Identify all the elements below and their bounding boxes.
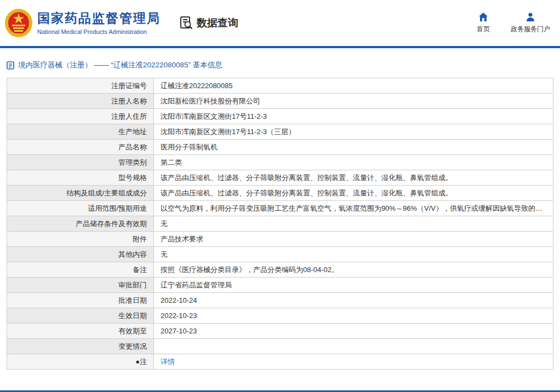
row-label: 有效期至 [7, 324, 154, 339]
row-label: 附件 [7, 232, 154, 247]
row-label: 变更情况 [7, 339, 154, 354]
table-row: 其他内容无 [7, 247, 553, 262]
table-row: 有效期至2027-10-23 [7, 324, 553, 339]
row-label: 产品名称 [7, 140, 154, 155]
row-label: 注册人住所 [7, 109, 154, 124]
row-value [154, 339, 553, 354]
table-row: 型号规格该产品由压缩机、过滤器、分子筛吸附分离装置、控制装置、流量计、湿化瓶、鼻… [7, 170, 553, 186]
row-value: 产品技术要求 [154, 232, 553, 247]
registration-info-table: 注册证编号辽械注准20222080085注册人名称沈阳新松医疗科技股份有限公司注… [7, 78, 553, 370]
org-title-block: 国家药品监督管理局 National Medical Products Admi… [37, 11, 161, 35]
nav-portal-label: 政务服务门户 [511, 25, 550, 34]
table-row: 注册人住所沈阳市浑南新区文溯街17号11-2-3 [7, 109, 553, 124]
row-value: 辽械注准20222080085 [154, 78, 553, 94]
table-row: 管理类别第二类 [7, 155, 553, 170]
table-row: 注册证编号辽械注准20222080085 [7, 78, 553, 94]
row-label: 其他内容 [7, 247, 154, 262]
nav-home-label: 首页 [477, 25, 490, 34]
org-title: 国家药品监督管理局 [37, 11, 161, 26]
table-row: 结构及组成/主要组成成分该产品由压缩机、过滤器、分子筛吸附分离装置、控制装置、流… [7, 186, 553, 201]
national-emblem-icon [4, 8, 33, 38]
detail-link[interactable]: 详情 [161, 358, 175, 366]
row-value: 2027-10-23 [154, 324, 553, 339]
header: 国家药品监督管理局 National Medical Products Admi… [0, 0, 560, 46]
row-value: 以空气为原料，利用分子筛变压吸附工艺生产富氧空气，氧浓度范围为90%～96%（V… [154, 201, 553, 216]
data-query-nav[interactable]: 数据查询 [179, 16, 238, 30]
row-label: 生产地址 [7, 124, 154, 140]
row-label: 产品储存条件及有效期 [7, 216, 154, 232]
row-value: 辽宁省药品监督管理局 [154, 278, 553, 293]
row-value: 沈阳市浑南新区文溯街17号11-2-3 [154, 109, 553, 124]
data-query-icon [179, 16, 193, 30]
table-row: 生效日期2022-10-23 [7, 308, 553, 324]
table-row: 审批部门辽宁省药品监督管理局 [7, 278, 553, 293]
row-value: 沈阳新松医疗科技股份有限公司 [154, 94, 553, 109]
breadcrumb: 境内医疗器械（注册） —— “辽械注准20222080085” 基本信息 [7, 60, 560, 70]
table-row: 批准日期2022-10-24 [7, 293, 553, 308]
row-label: ●注 [7, 354, 154, 370]
document-icon [7, 61, 14, 70]
row-value: 详情 [154, 354, 553, 370]
table-row: 产品名称医用分子筛制氧机 [7, 140, 553, 155]
row-value: 按照《医疗器械分类目录》，产品分类编码为08-04-02。 [154, 262, 553, 278]
table-row: 注册人名称沈阳新松医疗科技股份有限公司 [7, 94, 553, 109]
row-label: 生效日期 [7, 308, 154, 324]
registration-info-section: 注册证编号辽械注准20222080085注册人名称沈阳新松医疗科技股份有限公司注… [0, 78, 560, 370]
table-row: 生产地址沈阳市浑南新区文溯街17号11-2-3（三层） [7, 124, 553, 140]
row-label: 型号规格 [7, 170, 154, 186]
row-label: 注册人名称 [7, 94, 154, 109]
table-row: 产品储存条件及有效期无 [7, 216, 553, 232]
header-divider [0, 46, 560, 48]
row-label: 结构及组成/主要组成成分 [7, 186, 154, 201]
table-row: 备注按照《医疗器械分类目录》，产品分类编码为08-04-02。 [7, 262, 553, 278]
row-value: 无 [154, 216, 553, 232]
row-value: 该产品由压缩机、过滤器、分子筛吸附分离装置、控制装置、流量计、湿化瓶、鼻氧管组成… [154, 186, 553, 201]
person-icon [525, 12, 535, 22]
row-label: 注册证编号 [7, 78, 154, 94]
row-value: 第二类 [154, 155, 553, 170]
page-title: 境内医疗器械（注册） —— “辽械注准20222080085” 基本信息 [18, 60, 222, 70]
row-label: 管理类别 [7, 155, 154, 170]
row-value: 无 [154, 247, 553, 262]
row-value: 2022-10-24 [154, 293, 553, 308]
row-value: 2022-10-23 [154, 308, 553, 324]
table-row: ●注详情 [7, 354, 553, 370]
row-value: 沈阳市浑南新区文溯街17号11-2-3（三层） [154, 124, 553, 140]
data-query-label: 数据查询 [197, 16, 238, 30]
nav-portal[interactable]: 政务服务门户 [511, 12, 550, 34]
table-row: 变更情况 [7, 339, 553, 354]
nav-home[interactable]: 首页 [477, 12, 490, 34]
row-label: 审批部门 [7, 278, 154, 293]
row-label: 批准日期 [7, 293, 154, 308]
home-icon [478, 12, 488, 22]
table-row: 附件产品技术要求 [7, 232, 553, 247]
row-label: 备注 [7, 262, 154, 278]
row-value: 该产品由压缩机、过滤器、分子筛吸附分离装置、控制装置、流量计、湿化瓶、鼻氧管组成… [154, 170, 553, 186]
org-subtitle: National Medical Products Administration [37, 28, 161, 35]
row-label: 适用范围/预期用途 [7, 201, 154, 216]
table-row: 适用范围/预期用途以空气为原料，利用分子筛变压吸附工艺生产富氧空气，氧浓度范围为… [7, 201, 553, 216]
row-value: 医用分子筛制氧机 [154, 140, 553, 155]
